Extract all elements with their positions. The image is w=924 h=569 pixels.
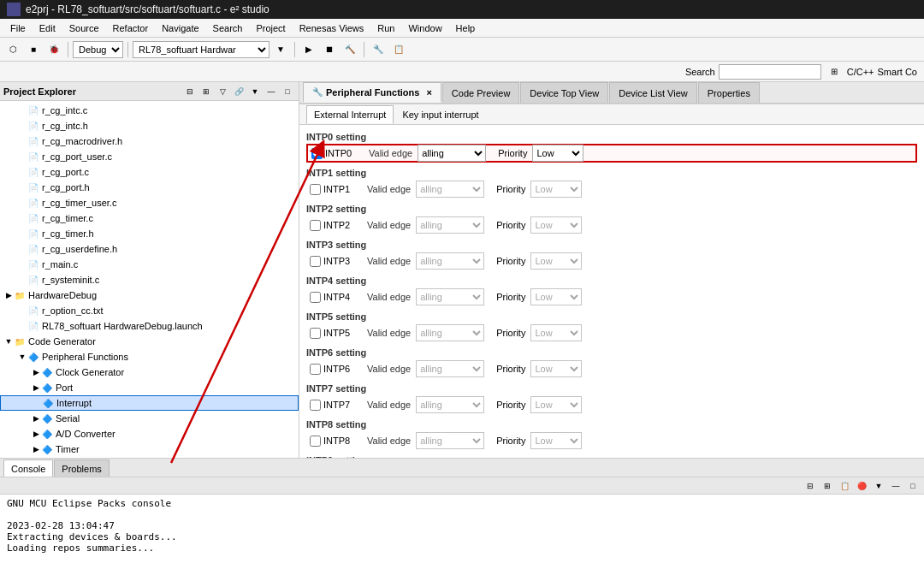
bottom-btn1[interactable]: ⊟ xyxy=(803,479,818,493)
sub-tab-key-input[interactable]: Key input interrupt xyxy=(394,105,486,124)
tree-expander-3[interactable] xyxy=(17,151,27,162)
menu-item-search[interactable]: Search xyxy=(206,21,250,35)
checkbox-label-8[interactable]: INTP8 xyxy=(310,436,362,447)
menu-item-refactor[interactable]: Refactor xyxy=(106,21,156,35)
tree-expander-21[interactable]: ▶ xyxy=(31,429,41,439)
valid-edge-dropdown-8[interactable]: allingrisingfallingboth xyxy=(416,432,484,449)
tree-expander-12[interactable]: ▶ xyxy=(3,290,14,300)
tree-item-20[interactable]: ▶🔷Serial xyxy=(0,411,299,426)
valid-edge-dropdown-4[interactable]: allingrisingfallingboth xyxy=(416,288,484,305)
valid-edge-dropdown-1[interactable]: allingrisingfallingboth xyxy=(416,181,484,198)
valid-edge-dropdown-2[interactable]: allingrisingfallingboth xyxy=(416,216,484,234)
priority-dropdown-6[interactable]: LowHigh xyxy=(530,360,582,377)
expand-btn[interactable]: ⊞ xyxy=(198,85,214,98)
tree-expander-19[interactable] xyxy=(32,398,42,408)
checkbox-7[interactable] xyxy=(310,400,321,411)
bottom-tab-console[interactable]: Console xyxy=(3,459,53,477)
priority-dropdown-7[interactable]: LowHigh xyxy=(530,396,582,413)
tree-item-6[interactable]: 📄r_cg_timer_user.c xyxy=(0,195,299,210)
checkbox-5[interactable] xyxy=(310,328,321,339)
tree-expander-16[interactable]: ▼ xyxy=(17,352,27,362)
perspectives-btn[interactable]: ⊞ xyxy=(825,62,844,81)
priority-dropdown-0[interactable]: LowHigh xyxy=(532,145,583,162)
menu-item-renesas views[interactable]: Renesas Views xyxy=(293,21,371,35)
tree-expander-11[interactable] xyxy=(17,275,27,285)
main-tab-peripheral[interactable]: 🔧Peripheral Functions× xyxy=(303,82,441,103)
checkbox-label-0[interactable]: INTP0 xyxy=(311,148,364,159)
checkbox-6[interactable] xyxy=(310,364,321,375)
dropdown-arrow[interactable]: ▼ xyxy=(271,40,290,59)
checkbox-1[interactable] xyxy=(310,184,321,195)
tree-expander-9[interactable] xyxy=(17,244,27,254)
tree-expander-13[interactable] xyxy=(17,305,27,316)
tree-item-4[interactable]: 📄r_cg_port.c xyxy=(0,164,299,180)
tree-expander-6[interactable] xyxy=(17,198,27,208)
bottom-btn5[interactable]: ▼ xyxy=(871,479,886,493)
menu-btn[interactable]: ▼ xyxy=(247,85,263,98)
bottom-btn4[interactable]: 🔴 xyxy=(854,479,869,493)
tree-expander-2[interactable] xyxy=(17,136,27,146)
tree-item-1[interactable]: 📄r_cg_intc.h xyxy=(0,118,299,133)
link-btn[interactable]: 🔗 xyxy=(231,85,246,98)
toolbar-extra1[interactable]: 🔧 xyxy=(369,40,388,59)
tree-item-14[interactable]: 📄RL78_softuart HardwareDebug.launch xyxy=(0,318,299,334)
valid-edge-dropdown-7[interactable]: allingrisingfallingboth xyxy=(416,396,484,413)
tree-item-18[interactable]: ▶🔷Port xyxy=(0,380,299,395)
filter-btn[interactable]: ▽ xyxy=(215,85,230,98)
tree-item-9[interactable]: 📄r_cg_userdefine.h xyxy=(0,241,299,257)
toolbar-build[interactable]: 🔨 xyxy=(341,40,359,59)
max-btn[interactable]: □ xyxy=(280,85,295,98)
tree-expander-17[interactable]: ▶ xyxy=(31,367,41,377)
priority-dropdown-1[interactable]: LowHigh xyxy=(530,181,582,198)
priority-dropdown-4[interactable]: LowHigh xyxy=(530,288,582,305)
tree-item-19[interactable]: 🔷Interrupt xyxy=(0,395,299,411)
menu-item-navigate[interactable]: Navigate xyxy=(155,21,205,35)
tree-expander-14[interactable] xyxy=(17,321,27,331)
tree-item-3[interactable]: 📄r_cg_port_user.c xyxy=(0,149,299,164)
priority-dropdown-2[interactable]: LowHigh xyxy=(530,216,582,234)
valid-edge-dropdown-6[interactable]: allingrisingfallingboth xyxy=(416,360,484,377)
tree-item-17[interactable]: ▶🔷Clock Generator xyxy=(0,365,299,380)
tree-item-5[interactable]: 📄r_cg_port.h xyxy=(0,180,299,195)
search-input[interactable] xyxy=(719,64,821,80)
main-tab-properties[interactable]: Properties xyxy=(698,82,760,103)
tree-item-8[interactable]: 📄r_cg_timer.h xyxy=(0,226,299,241)
main-tab-device-list[interactable]: Device List View xyxy=(609,82,697,103)
checkbox-4[interactable] xyxy=(310,292,321,303)
tree-expander-4[interactable] xyxy=(17,167,27,177)
tab-close-peripheral[interactable]: × xyxy=(426,87,431,98)
main-tab-code-preview[interactable]: Code Preview xyxy=(442,82,519,103)
bottom-btn3[interactable]: 📋 xyxy=(837,479,852,493)
checkbox-label-3[interactable]: INTP3 xyxy=(310,256,362,267)
tree-expander-1[interactable] xyxy=(17,121,27,131)
checkbox-3[interactable] xyxy=(310,256,321,267)
tree-item-12[interactable]: ▶📁HardwareDebug xyxy=(0,287,299,303)
tree-expander-15[interactable]: ▼ xyxy=(3,336,14,347)
tree-item-22[interactable]: ▶🔷Timer xyxy=(0,442,299,457)
menu-item-file[interactable]: File xyxy=(3,21,33,35)
menu-item-run[interactable]: Run xyxy=(370,21,401,35)
checkbox-label-1[interactable]: INTP1 xyxy=(310,184,362,195)
tree-item-7[interactable]: 📄r_cg_timer.c xyxy=(0,210,299,226)
menu-item-window[interactable]: Window xyxy=(401,21,448,35)
tree-item-21[interactable]: ▶🔷A/D Converter xyxy=(0,426,299,442)
toolbar-run[interactable]: ▶ xyxy=(299,40,318,59)
tree-item-15[interactable]: ▼📁Code Generator xyxy=(0,334,299,349)
checkbox-0[interactable] xyxy=(311,148,323,159)
collapse-btn[interactable]: ⊟ xyxy=(182,85,198,98)
tree-item-13[interactable]: 📄r_option_cc.txt xyxy=(0,303,299,318)
valid-edge-dropdown-0[interactable]: allingrisingfallingboth xyxy=(418,145,486,162)
checkbox-8[interactable] xyxy=(310,436,321,447)
toolbar-stop[interactable]: ⏹ xyxy=(320,40,339,59)
tree-expander-18[interactable]: ▶ xyxy=(31,382,41,393)
menu-item-help[interactable]: Help xyxy=(449,21,483,35)
bottom-btn7[interactable]: □ xyxy=(905,479,921,493)
tree-expander-7[interactable] xyxy=(17,213,27,223)
tree-expander-0[interactable] xyxy=(17,105,27,116)
tree-expander-22[interactable]: ▶ xyxy=(31,444,41,454)
tree-expander-8[interactable] xyxy=(17,228,27,239)
main-tab-device-top[interactable]: Device Top View xyxy=(520,82,608,103)
tree-item-0[interactable]: 📄r_cg_intc.c xyxy=(0,103,299,118)
menu-item-source[interactable]: Source xyxy=(62,21,106,35)
tree-expander-20[interactable]: ▶ xyxy=(31,413,41,424)
